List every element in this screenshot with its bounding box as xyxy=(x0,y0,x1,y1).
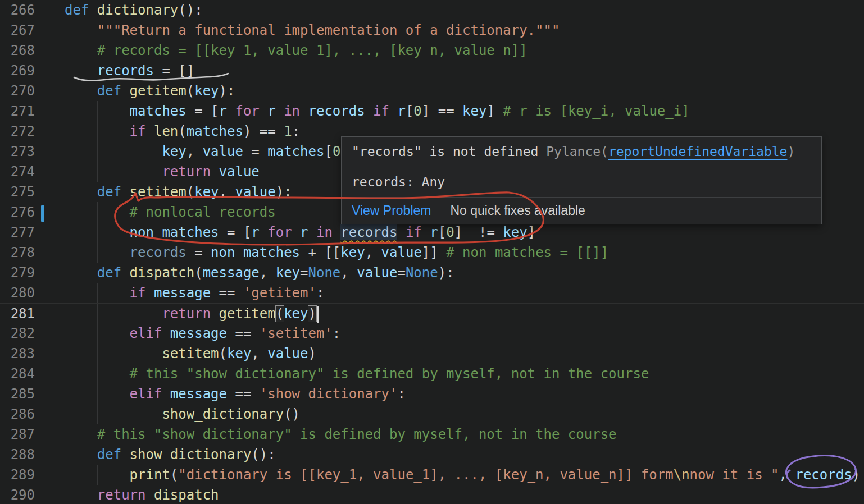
code-token: records xyxy=(130,245,187,260)
code-editor[interactable]: 266def dictionary():267 """Return a func… xyxy=(0,0,864,504)
line-number: 281 xyxy=(0,304,35,324)
line-number: 277 xyxy=(0,222,35,242)
code-token: # r is [key_i, value_i] xyxy=(503,103,689,119)
code-text: if len(matches) == 1: xyxy=(65,121,300,141)
code-token: 0 xyxy=(446,224,454,240)
code-line[interactable]: 270 def getitem(key): xyxy=(0,81,864,101)
code-text: def dispatch(message, key=None, value=No… xyxy=(65,263,454,283)
code-token: setitem xyxy=(130,184,187,200)
line-number: 282 xyxy=(0,323,35,343)
code-token: def xyxy=(97,184,130,200)
code-token: , xyxy=(251,346,267,361)
code-text: # this "show dictionary" is defined by m… xyxy=(65,424,617,445)
code-line[interactable]: 271 matches = [r for r in records if r[0… xyxy=(0,101,864,121)
code-token: 0 xyxy=(413,103,421,119)
code-token: if xyxy=(130,285,154,301)
code-token: r xyxy=(397,103,405,119)
code-line[interactable]: 281 return getitem(key) xyxy=(0,303,864,323)
code-token: ] != xyxy=(454,224,503,240)
code-token: key xyxy=(276,265,300,281)
line-number: 266 xyxy=(0,0,35,20)
view-problem-link[interactable]: View Problem xyxy=(352,198,431,224)
code-text: # this "show dictionary" is defined by m… xyxy=(65,364,649,384)
code-token: ( xyxy=(276,306,284,322)
code-token: getitem xyxy=(130,83,187,99)
diagnostic-rule-link[interactable]: reportUndefinedVariable xyxy=(608,144,788,159)
code-line[interactable]: 283 setitem(key, value) xyxy=(0,343,864,364)
code-token: = xyxy=(187,245,211,260)
code-token: show_dictionary xyxy=(162,406,284,422)
code-token: r xyxy=(300,224,308,240)
code-line[interactable]: 289 print("dictionary is [[key_1, value_… xyxy=(0,465,864,485)
code-text: def getitem(key): xyxy=(65,81,235,101)
code-token: 0 xyxy=(333,144,340,159)
code-token: + [[ xyxy=(300,245,340,260)
line-number: 280 xyxy=(0,283,35,303)
code-line[interactable]: 266def dictionary(): xyxy=(0,0,864,20)
code-line[interactable]: 284 # this "show dictionary" is defined … xyxy=(0,364,864,384)
code-line[interactable]: 268 # records = [[key_1, value_1], ..., … xyxy=(0,40,864,61)
code-text: elif message == 'show dictionary': xyxy=(65,384,406,404)
code-token: if xyxy=(130,123,154,139)
git-modified-indicator xyxy=(41,205,44,222)
code-token: show_dictionary xyxy=(130,447,252,462)
text-cursor xyxy=(317,306,319,323)
code-line[interactable]: 285 elif message == 'show dictionary': xyxy=(0,384,864,404)
code-token: non_matches xyxy=(130,224,219,240)
code-line[interactable]: 277 non_matches = [r for r in records if… xyxy=(0,222,864,242)
code-line[interactable]: 290 return dispatch xyxy=(0,485,864,504)
code-line[interactable]: 287 # this "show dictionary" is defined … xyxy=(0,424,864,445)
code-token: key xyxy=(462,103,486,119)
code-token: setitem xyxy=(162,346,219,361)
line-number: 273 xyxy=(0,141,35,162)
code-token: message xyxy=(203,265,260,281)
code-token: value xyxy=(357,265,397,281)
code-token: for xyxy=(260,224,300,240)
code-token: # this "show dictionary" is defined by m… xyxy=(130,366,649,382)
line-number: 276 xyxy=(0,202,35,222)
code-token: records xyxy=(795,467,852,483)
code-token: ) == xyxy=(243,123,284,139)
code-token: = [] xyxy=(154,63,194,79)
code-token: for xyxy=(227,103,267,119)
hover-type-info: records: Any xyxy=(352,175,445,189)
code-token: ) xyxy=(852,467,860,483)
code-token: (): xyxy=(251,447,275,462)
code-token: () xyxy=(284,406,300,422)
code-token: non_matches xyxy=(211,245,300,260)
code-token: dispatch xyxy=(130,265,195,281)
code-token: value xyxy=(235,184,275,200)
line-number: 275 xyxy=(0,182,35,202)
code-line[interactable]: 269 records = [] xyxy=(0,61,864,81)
code-token: key xyxy=(162,144,186,159)
code-text: return value xyxy=(65,162,260,182)
code-token: == xyxy=(227,326,260,341)
code-token: = xyxy=(397,265,405,281)
code-line[interactable]: 279 def dispatch(message, key=None, valu… xyxy=(0,263,864,283)
code-token: ]] xyxy=(422,245,446,260)
code-line[interactable]: 278 records = non_matches + [[key, value… xyxy=(0,242,864,263)
code-token: , xyxy=(219,184,235,200)
code-line[interactable]: 280 if message == 'getitem': xyxy=(0,283,864,303)
code-token: None xyxy=(406,265,438,281)
code-token: ( xyxy=(170,467,178,483)
code-token: # non_matches = [[]] xyxy=(446,245,608,260)
code-token: [ xyxy=(406,103,413,119)
code-token: ( xyxy=(219,346,227,361)
code-line[interactable]: 282 elif message == 'setitem': xyxy=(0,323,864,343)
code-line[interactable]: 288 def show_dictionary(): xyxy=(0,445,864,465)
code-token: key xyxy=(194,83,219,99)
code-token: if xyxy=(365,103,398,119)
code-token: message xyxy=(170,326,227,341)
code-token: ] xyxy=(486,103,503,119)
code-token: , xyxy=(365,245,381,260)
code-line[interactable]: 286 show_dictionary() xyxy=(0,404,864,424)
code-token: None xyxy=(308,265,341,281)
tooltip-type-row: records: Any xyxy=(342,167,821,198)
code-text: return getitem(key) xyxy=(65,304,319,324)
line-number: 289 xyxy=(0,465,35,485)
code-token: = [ xyxy=(187,103,219,119)
code-text: records = [] xyxy=(65,61,194,81)
code-token: ): xyxy=(219,83,235,99)
code-line[interactable]: 267 """Return a functional implementatio… xyxy=(0,20,864,40)
